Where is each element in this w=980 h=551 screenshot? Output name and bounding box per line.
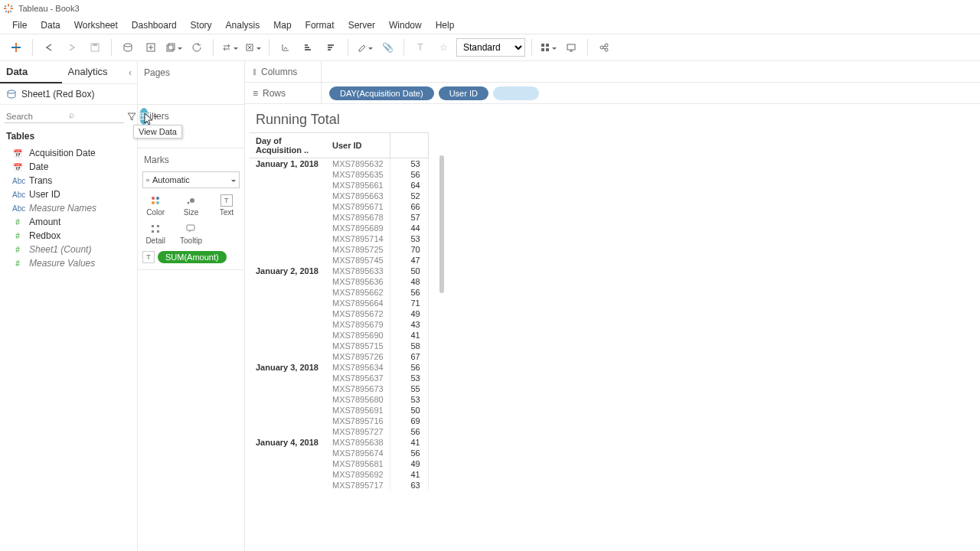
menu-analysis[interactable]: Analysis bbox=[220, 18, 266, 32]
column-header[interactable] bbox=[390, 133, 428, 158]
showme-button[interactable] bbox=[538, 37, 558, 57]
table-row[interactable]: January 4, 2018MXS789563841 bbox=[250, 437, 428, 448]
swap-rows-cols-button[interactable] bbox=[276, 37, 296, 57]
table-row[interactable]: MXS789567943 bbox=[250, 319, 428, 330]
table-row[interactable]: MXS789563648 bbox=[250, 276, 428, 287]
tableau-icon[interactable] bbox=[6, 37, 26, 57]
table-row[interactable]: MXS789567355 bbox=[250, 383, 428, 394]
share-button[interactable] bbox=[594, 37, 614, 57]
table-row[interactable]: MXS789572667 bbox=[250, 351, 428, 362]
table-row[interactable]: MXS789574547 bbox=[250, 255, 428, 266]
sum-amount-pill[interactable]: SUM(Amount) bbox=[158, 251, 227, 263]
menu-map[interactable]: Map bbox=[267, 18, 297, 32]
date-cell: January 4, 2018 bbox=[250, 437, 326, 448]
row-pill-0[interactable]: DAY(Acquisition Date) bbox=[329, 86, 434, 100]
datasource-item[interactable]: Sheet1 (Red Box) bbox=[0, 84, 137, 105]
sheet-title[interactable]: Running Total bbox=[245, 104, 980, 132]
table-row[interactable]: MXS789568944 bbox=[250, 223, 428, 233]
table-row[interactable]: MXS789572756 bbox=[250, 426, 428, 437]
size-button[interactable]: Size bbox=[173, 191, 208, 220]
sort-desc-button[interactable] bbox=[322, 37, 341, 57]
column-header[interactable]: User ID bbox=[326, 133, 390, 158]
field-measure-values[interactable]: #Measure Values bbox=[0, 256, 137, 270]
menu-file[interactable]: File bbox=[6, 18, 33, 32]
new-worksheet-button[interactable] bbox=[141, 37, 161, 57]
highlight-button[interactable] bbox=[354, 37, 374, 57]
table-row[interactable]: MXS789571453 bbox=[250, 233, 428, 244]
table-row[interactable]: MXS789566256 bbox=[250, 287, 428, 298]
refresh-button[interactable] bbox=[187, 37, 207, 57]
text-button[interactable]: TText bbox=[209, 191, 244, 220]
table-row[interactable]: MXS789567456 bbox=[250, 448, 428, 458]
table-row[interactable]: MXS789568149 bbox=[250, 458, 428, 469]
columns-shelf[interactable]: ⦀ Columns bbox=[245, 61, 322, 82]
table-row[interactable]: MXS789566164 bbox=[250, 180, 428, 191]
redo-button[interactable] bbox=[62, 37, 82, 57]
marks-type-select[interactable]: ▫ Automatic bbox=[142, 171, 240, 188]
detail-button[interactable]: Detail bbox=[138, 220, 173, 248]
text-mark-icon[interactable]: T bbox=[142, 251, 155, 263]
tab-analytics[interactable]: Analytics bbox=[62, 61, 124, 83]
menu-worksheet[interactable]: Worksheet bbox=[68, 18, 124, 32]
field-redbox[interactable]: #Redbox bbox=[0, 229, 137, 243]
sort-asc-button[interactable] bbox=[299, 37, 318, 57]
undo-button[interactable] bbox=[39, 37, 59, 57]
swap-button[interactable] bbox=[220, 37, 240, 57]
field-trans[interactable]: AbcTrans bbox=[0, 174, 137, 187]
table-row[interactable]: MXS789569241 bbox=[250, 469, 428, 480]
table-row[interactable]: MXS789567857 bbox=[250, 212, 428, 223]
table-row[interactable]: MXS789571763 bbox=[250, 480, 428, 491]
table-row[interactable]: MXS789563753 bbox=[250, 373, 428, 383]
tab-data[interactable]: Data bbox=[0, 61, 62, 83]
field-acquisition-date[interactable]: 📅Acquisition Date bbox=[0, 146, 137, 160]
table-row[interactable]: MXS789563556 bbox=[250, 169, 428, 180]
menu-format[interactable]: Format bbox=[299, 18, 341, 32]
menu-window[interactable]: Window bbox=[383, 18, 428, 32]
labels-button[interactable]: T bbox=[410, 37, 430, 57]
tooltip-button[interactable]: Tooltip bbox=[173, 220, 208, 248]
new-datasource-button[interactable] bbox=[118, 37, 138, 57]
rows-shelf[interactable]: ≡ Rows bbox=[245, 83, 322, 103]
table-row[interactable]: MXS789569041 bbox=[250, 330, 428, 341]
field-user-id[interactable]: AbcUser ID bbox=[0, 187, 137, 201]
color-button[interactable]: Color bbox=[138, 191, 173, 220]
field-sheet1-count-[interactable]: #Sheet1 (Count) bbox=[0, 243, 137, 256]
table-row[interactable]: MXS789569150 bbox=[250, 405, 428, 416]
table-row[interactable]: MXS789566352 bbox=[250, 191, 428, 201]
fit-select[interactable]: Standard bbox=[456, 38, 525, 57]
empty-pill-slot[interactable] bbox=[493, 86, 539, 100]
group-button[interactable]: 📎 bbox=[377, 37, 397, 57]
menu-dashboard[interactable]: Dashboard bbox=[126, 18, 183, 32]
pages-shelf[interactable]: Pages bbox=[138, 64, 244, 81]
table-row[interactable]: January 3, 2018MXS789563456 bbox=[250, 362, 428, 373]
menu-help[interactable]: Help bbox=[430, 18, 461, 32]
presentation-button[interactable] bbox=[561, 37, 581, 57]
view-data-button[interactable]: View Data bbox=[139, 108, 149, 125]
table-row[interactable]: MXS789566471 bbox=[250, 298, 428, 308]
field-date[interactable]: 📅Date bbox=[0, 160, 137, 174]
search-input[interactable] bbox=[5, 110, 124, 123]
table-row[interactable]: MXS789572570 bbox=[250, 244, 428, 255]
field-amount[interactable]: #Amount bbox=[0, 215, 137, 229]
table-row[interactable]: MXS789571669 bbox=[250, 416, 428, 426]
row-pill-1[interactable]: User ID bbox=[439, 86, 488, 100]
menu-story[interactable]: Story bbox=[185, 18, 218, 32]
table-row[interactable]: MXS789571558 bbox=[250, 341, 428, 351]
clear-button[interactable] bbox=[243, 37, 263, 57]
table-row[interactable]: MXS789567249 bbox=[250, 308, 428, 319]
menu-server[interactable]: Server bbox=[342, 18, 381, 32]
table-row[interactable]: MXS789567166 bbox=[250, 201, 428, 212]
filter-icon[interactable] bbox=[127, 110, 136, 122]
collapse-sidebar-icon[interactable]: ‹ bbox=[123, 61, 137, 83]
save-button[interactable] bbox=[85, 37, 105, 57]
duplicate-button[interactable] bbox=[164, 37, 184, 57]
table-row[interactable]: MXS789568053 bbox=[250, 394, 428, 405]
table-row[interactable]: January 2, 2018MXS789563350 bbox=[250, 266, 428, 276]
column-header[interactable]: Day of Acquisition .. bbox=[250, 133, 326, 158]
vertical-scrollbar[interactable] bbox=[439, 155, 444, 293]
menu-data[interactable]: Data bbox=[34, 18, 66, 32]
table-row[interactable]: January 1, 2018MXS789563253 bbox=[250, 158, 428, 170]
dropdown-icon[interactable] bbox=[152, 110, 158, 122]
field-measure-names[interactable]: AbcMeasure Names bbox=[0, 201, 137, 215]
pin-button[interactable]: ☆ bbox=[433, 37, 453, 57]
